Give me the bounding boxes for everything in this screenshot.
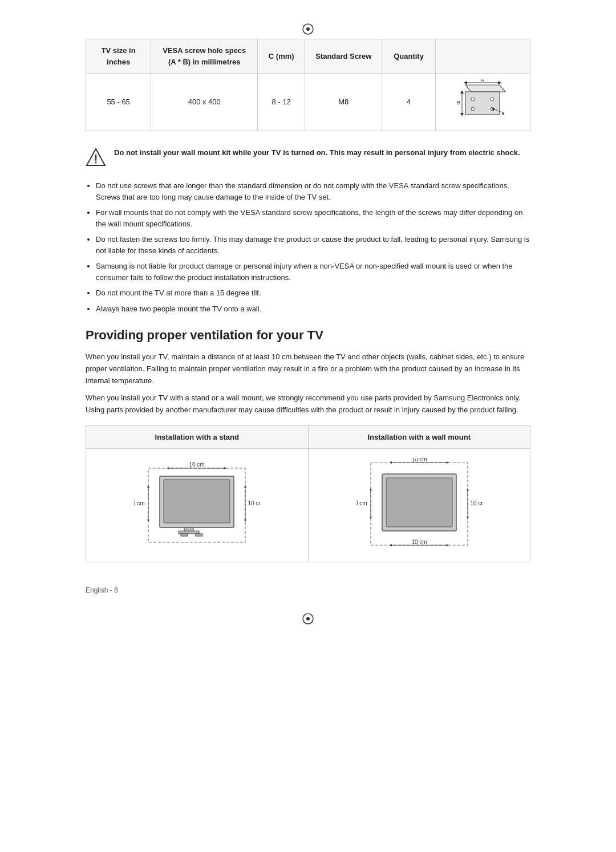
svg-rect-25 [164,480,230,523]
svg-rect-28 [181,534,188,536]
warning-box: Do not install your wall mount kit while… [86,145,530,170]
list-item: Do not mount the TV at more than a 15 de… [96,287,530,299]
col-header-vesa: VESA screw hole specs(A * B) in millimet… [151,39,258,74]
ventilation-para1: When you install your TV, maintain a dis… [86,351,530,387]
installation-table: Installation with a stand Installation w… [86,425,530,563]
vesa-table: TV size ininches VESA screw hole specs(A… [86,39,530,131]
bottom-decoration [86,612,530,628]
bullet-list: Do not use screws that are longer than t… [96,180,530,314]
svg-point-16 [95,162,97,164]
svg-point-13 [502,112,504,115]
list-item: For wall mounts that do not comply with … [96,207,530,229]
svg-point-42 [306,617,310,620]
cell-vesa: 400 x 400 [151,74,258,131]
svg-point-6 [471,107,475,111]
svg-text:10 cm: 10 cm [411,539,427,545]
svg-text:10 cm: 10 cm [189,461,205,468]
list-item: Do not fasten the screws too firmly. Thi… [96,234,530,256]
cell-tv-size: 55 - 65 [86,74,151,131]
svg-point-4 [471,98,475,101]
svg-point-1 [306,27,310,31]
svg-point-5 [491,98,494,101]
cell-diagram: A B [435,74,530,131]
svg-marker-2 [465,85,505,92]
top-decoration [86,23,530,39]
cell-c: 8 - 12 [258,74,305,131]
col-header-c: C (mm) [258,39,305,74]
svg-text:10 cm: 10 cm [134,500,145,506]
section-heading-ventilation: Providing proper ventilation for your TV [86,326,530,344]
svg-rect-29 [196,534,202,536]
cell-screw: M8 [305,74,382,131]
svg-rect-27 [179,531,199,534]
svg-text:A: A [481,79,484,83]
install-stand-diagram: 10 cm 10 cm 10 cm [86,449,309,562]
svg-rect-40 [386,478,452,527]
page-footer: English - 8 [86,585,530,595]
col-header-diagram [435,39,530,74]
svg-text:10 cm: 10 cm [411,458,427,462]
svg-text:10 cm: 10 cm [470,500,482,506]
install-wall-diagram: 10 cm 10 cm 10 cm 10 cm [308,449,530,562]
install-wall-header: Installation with a wall mount [308,425,530,449]
list-item: Samsung is not liable for product damage… [96,261,530,283]
ventilation-para2: When you install your TV with a stand or… [86,392,530,416]
list-item: Always have two people mount the TV onto… [96,303,530,315]
svg-rect-3 [465,92,500,115]
svg-text:B: B [457,100,460,106]
list-item: Do not use screws that are longer than t… [96,180,530,202]
screw-diagram: A B [443,79,523,125]
svg-text:10 cm: 10 cm [248,500,260,506]
svg-text:10 cm: 10 cm [356,500,367,506]
install-stand-header: Installation with a stand [86,425,309,449]
table-row: 55 - 65 400 x 400 8 - 12 M8 4 [86,74,530,131]
warning-icon [86,147,106,168]
col-header-quantity: Quantity [382,39,435,74]
warning-text: Do not install your wall mount kit while… [114,147,520,159]
col-header-screw: Standard Screw [305,39,382,74]
col-header-tv-size: TV size ininches [86,39,151,74]
page-number: English - 8 [86,586,118,594]
cell-quantity: 4 [382,74,435,131]
